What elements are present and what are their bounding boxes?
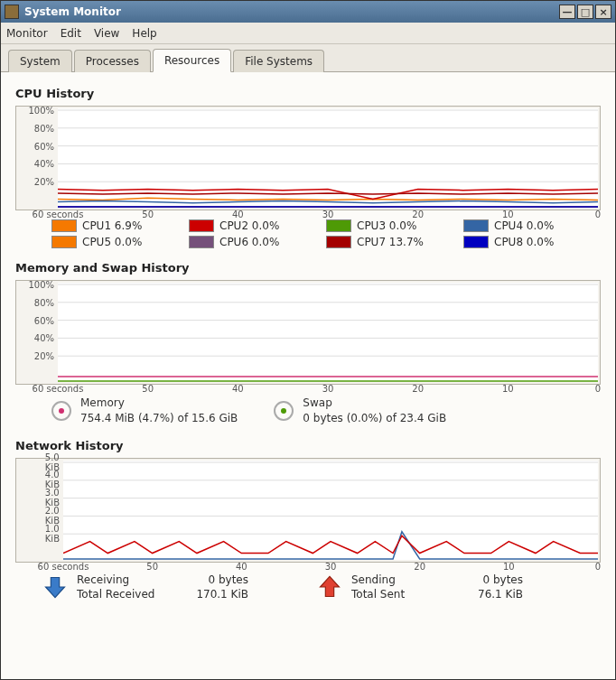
y-tick-label: 4.0 KiB <box>45 470 60 489</box>
y-tick-label: 40% <box>34 333 54 343</box>
cpu-legend-item[interactable]: CPU3 0.0% <box>326 219 445 232</box>
color-swatch <box>463 219 489 232</box>
x-tick-label: 50 <box>142 210 154 219</box>
memory-chart: 100%80%60%40%20%60 seconds50403020100 <box>58 283 598 382</box>
tab-file-systems[interactable]: File Systems <box>233 50 324 72</box>
x-tick-label: 60 seconds <box>38 562 89 572</box>
x-tick-label: 60 seconds <box>33 384 84 394</box>
x-tick-label: 10 <box>502 384 514 394</box>
cpu-legend-item[interactable]: CPU6 0.0% <box>189 236 308 248</box>
x-tick-label: 20 <box>414 562 425 572</box>
x-tick-label: 0 <box>595 210 601 219</box>
y-tick-label: 60% <box>34 141 54 151</box>
y-tick-label: 80% <box>34 123 54 133</box>
cpu-legend-item[interactable]: CPU4 0.0% <box>463 219 583 232</box>
cpu-section-title: CPU History <box>15 87 601 100</box>
cpu-legend-label: CPU1 6.9% <box>82 219 142 232</box>
recv-label: Receiving <box>77 573 176 586</box>
send-label: Sending <box>351 573 451 586</box>
send-total-label: Total Sent <box>351 588 451 601</box>
send-value: 0 bytes <box>451 573 532 586</box>
recv-value: 0 bytes <box>176 573 257 586</box>
color-swatch <box>189 236 214 248</box>
cpu-legend-label: CPU8 0.0% <box>494 236 554 248</box>
cpu-legend-item[interactable]: CPU1 6.9% <box>51 219 171 232</box>
memory-chart-box: 100%80%60%40%20%60 seconds50403020100 <box>15 280 601 385</box>
network-section-title: Network History <box>15 439 601 452</box>
x-tick-label: 20 <box>412 384 424 394</box>
app-icon <box>5 5 19 19</box>
menu-view[interactable]: View <box>94 27 119 40</box>
y-tick-label: 20% <box>34 351 54 361</box>
app-window: System Monitor — □ × Monitor Edit View H… <box>0 0 616 680</box>
x-tick-label: 40 <box>232 384 244 394</box>
window-title: System Monitor <box>24 5 121 18</box>
x-tick-label: 40 <box>236 562 247 572</box>
upload-arrow-icon <box>317 574 342 600</box>
color-swatch <box>51 236 77 248</box>
close-button[interactable]: × <box>595 5 611 19</box>
memory-legend: Memory 754.4 MiB (4.7%) of 15.6 GiB Swap… <box>15 390 601 435</box>
x-tick-label: 50 <box>142 384 154 394</box>
swap-value: 0 bytes (0.0%) of 23.4 GiB <box>303 411 446 426</box>
color-swatch <box>51 219 77 232</box>
titlebar[interactable]: System Monitor — □ × <box>1 1 615 23</box>
color-swatch <box>326 219 351 232</box>
y-tick-label: 60% <box>34 315 54 325</box>
recv-total-label: Total Received <box>77 588 176 601</box>
color-swatch <box>463 236 489 248</box>
y-tick-label: 3.0 KiB <box>45 488 60 508</box>
network-chart-box: 5.0 KiB4.0 KiB3.0 KiB2.0 KiB1.0 KiB60 se… <box>15 458 601 563</box>
color-swatch <box>326 236 351 248</box>
cpu-legend-item[interactable]: CPU2 0.0% <box>189 219 308 232</box>
minimize-button[interactable]: — <box>559 5 575 19</box>
cpu-legend-label: CPU7 13.7% <box>357 236 424 248</box>
cpu-legend: CPU1 6.9%CPU2 0.0%CPU3 0.0%CPU4 0.0%CPU5… <box>15 216 601 257</box>
cpu-legend-item[interactable]: CPU5 0.0% <box>51 236 171 248</box>
x-tick-label: 40 <box>232 210 244 219</box>
menu-edit[interactable]: Edit <box>61 27 81 40</box>
cpu-legend-label: CPU5 0.0% <box>82 236 142 248</box>
y-tick-label: 20% <box>34 177 54 187</box>
x-tick-label: 0 <box>595 384 601 394</box>
x-tick-label: 30 <box>325 562 337 572</box>
memory-section-title: Memory and Swap History <box>15 261 601 275</box>
menu-help[interactable]: Help <box>132 27 156 40</box>
x-tick-label: 30 <box>322 384 334 394</box>
network-legend: Receiving 0 bytes Total Received 170.1 K… <box>15 568 601 601</box>
recv-total-value: 170.1 KiB <box>176 588 257 601</box>
tab-bar: System Processes Resources File Systems <box>1 44 615 72</box>
y-tick-label: 40% <box>34 159 54 169</box>
cpu-chart-box: 100%80%60%40%20%60 seconds50403020100 <box>15 106 601 210</box>
swap-gauge-icon <box>274 401 294 421</box>
swap-item: Swap 0 bytes (0.0%) of 23.4 GiB <box>274 396 446 426</box>
y-tick-label: 80% <box>34 297 54 307</box>
color-swatch <box>189 219 214 232</box>
memory-value: 754.4 MiB (4.7%) of 15.6 GiB <box>80 411 238 426</box>
tab-resources[interactable]: Resources <box>153 49 231 72</box>
cpu-legend-label: CPU4 0.0% <box>494 219 554 232</box>
tab-system[interactable]: System <box>8 50 72 72</box>
x-tick-label: 60 seconds <box>33 210 84 219</box>
maximize-button[interactable]: □ <box>577 5 593 19</box>
y-tick-label: 5.0 KiB <box>45 452 60 472</box>
memory-gauge-icon <box>51 401 71 421</box>
y-tick-label: 1.0 KiB <box>45 524 60 544</box>
send-total-value: 76.1 KiB <box>451 588 532 601</box>
cpu-legend-label: CPU3 0.0% <box>357 219 416 232</box>
x-tick-label: 20 <box>412 210 424 219</box>
x-tick-label: 50 <box>146 562 158 572</box>
content-area: CPU History 100%80%60%40%20%60 seconds50… <box>1 72 615 679</box>
network-chart: 5.0 KiB4.0 KiB3.0 KiB2.0 KiB1.0 KiB60 se… <box>63 461 598 560</box>
x-tick-label: 10 <box>502 210 514 219</box>
download-arrow-icon <box>42 574 68 600</box>
cpu-chart: 100%80%60%40%20%60 seconds50403020100 <box>58 108 598 208</box>
cpu-legend-item[interactable]: CPU7 13.7% <box>326 236 445 248</box>
cpu-legend-label: CPU6 0.0% <box>219 236 279 248</box>
menu-monitor[interactable]: Monitor <box>6 27 48 40</box>
cpu-legend-item[interactable]: CPU8 0.0% <box>463 236 583 248</box>
cpu-legend-label: CPU2 0.0% <box>219 219 279 232</box>
x-tick-label: 0 <box>595 562 601 572</box>
tab-processes[interactable]: Processes <box>74 50 151 72</box>
x-tick-label: 10 <box>503 562 515 572</box>
